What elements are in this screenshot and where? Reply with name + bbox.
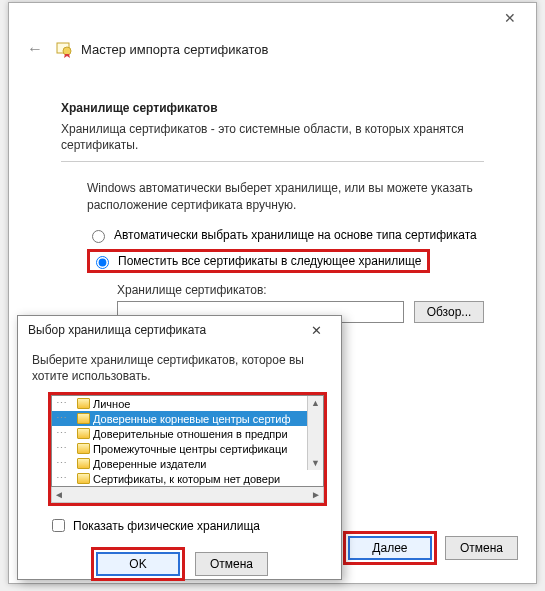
tree-item-label: Доверенные корневые центры сертиф <box>93 413 291 425</box>
back-arrow-icon[interactable]: ← <box>23 37 47 61</box>
radio-manual-highlight: Поместить все сертификаты в следующее хр… <box>87 249 484 273</box>
close-icon[interactable]: ✕ <box>490 6 530 30</box>
wizard-content: Хранилище сертификатов Хранилища сертифи… <box>9 71 536 323</box>
tree-item-label: Доверенные издатели <box>93 458 206 470</box>
tree-item-label: Промежуточные центры сертификаци <box>93 443 287 455</box>
section-description: Хранилища сертификатов - это системные о… <box>61 121 484 153</box>
browse-button[interactable]: Обзор... <box>414 301 484 323</box>
scrollbar-vertical[interactable]: ▲▼ <box>307 396 323 470</box>
radio-auto-label: Автоматически выбрать хранилище на основ… <box>114 228 477 242</box>
tree-item-enterprise-trust[interactable]: ⋯ Доверительные отношения в предпри <box>52 426 323 441</box>
instruction-text: Windows автоматически выберет хранилище,… <box>61 180 484 212</box>
cancel-button[interactable]: Отмена <box>445 536 518 560</box>
dialog-instruction: Выберите хранилище сертификатов, которое… <box>18 344 341 388</box>
tree-item-label: Доверительные отношения в предпри <box>93 428 288 440</box>
tree-item-personal[interactable]: ⋯ Личное <box>52 396 323 411</box>
ok-highlight: OK <box>91 547 185 581</box>
section-heading: Хранилище сертификатов <box>61 101 484 115</box>
divider <box>61 161 484 162</box>
svg-point-1 <box>63 47 71 55</box>
tree-item-intermediate[interactable]: ⋯ Промежуточные центры сертификаци <box>52 441 323 456</box>
tree-item-trusted-root[interactable]: ⋯ Доверенные корневые центры сертиф <box>52 411 323 426</box>
store-tree[interactable]: ⋯ Личное ⋯ Доверенные корневые центры се… <box>51 395 324 487</box>
radio-auto[interactable] <box>92 230 105 243</box>
show-physical-label: Показать физические хранилища <box>73 519 260 533</box>
show-physical-checkbox[interactable] <box>52 519 65 532</box>
wizard-title: Мастер импорта сертификатов <box>81 42 268 57</box>
ok-button[interactable]: OK <box>96 552 180 576</box>
tree-item-label: Личное <box>93 398 130 410</box>
tree-highlight: ⋯ Личное ⋯ Доверенные корневые центры се… <box>48 392 327 506</box>
header: ← Мастер импорта сертификатов <box>9 33 536 71</box>
tree-item-untrusted[interactable]: ⋯ Сертификаты, к которым нет довери <box>52 471 323 486</box>
dialog-footer: OK Отмена <box>18 535 341 581</box>
next-button[interactable]: Далее <box>348 536 432 560</box>
folder-icon <box>77 413 90 424</box>
radio-auto-row[interactable]: Автоматически выбрать хранилище на основ… <box>87 227 484 243</box>
folder-icon <box>77 458 90 469</box>
store-choice-radio-group: Автоматически выбрать хранилище на основ… <box>61 227 484 273</box>
dialog-titlebar: Выбор хранилища сертификата ✕ <box>18 316 341 344</box>
titlebar: ✕ <box>9 3 536 33</box>
tree-item-trusted-publishers[interactable]: ⋯ Доверенные издатели <box>52 456 323 471</box>
dialog-title: Выбор хранилища сертификата <box>28 323 206 337</box>
show-physical-row[interactable]: Показать физические хранилища <box>18 506 341 535</box>
folder-icon <box>77 473 90 484</box>
dialog-cancel-button[interactable]: Отмена <box>195 552 268 576</box>
scrollbar-horizontal[interactable]: ◄► <box>51 487 324 503</box>
dialog-close-icon[interactable]: ✕ <box>297 319 335 341</box>
store-select-dialog: Выбор хранилища сертификата ✕ Выберите х… <box>17 315 342 580</box>
next-highlight: Далее <box>343 531 437 565</box>
store-field-label: Хранилище сертификатов: <box>117 283 484 297</box>
folder-icon <box>77 398 90 409</box>
certificate-icon <box>55 40 73 58</box>
wizard-footer: Далее Отмена <box>343 531 518 565</box>
folder-icon <box>77 443 90 454</box>
radio-manual-label: Поместить все сертификаты в следующее хр… <box>118 254 421 268</box>
radio-manual[interactable] <box>96 256 109 269</box>
tree-item-label: Сертификаты, к которым нет довери <box>93 473 280 485</box>
folder-icon <box>77 428 90 439</box>
